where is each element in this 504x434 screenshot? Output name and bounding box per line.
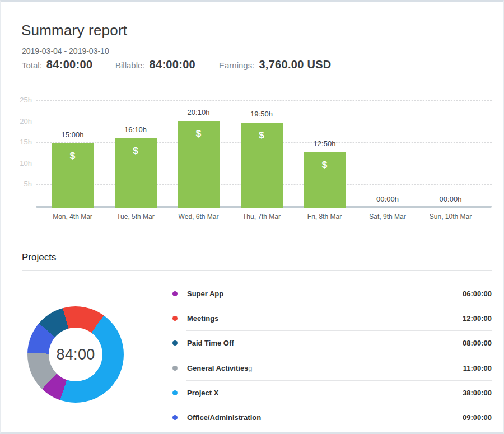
project-name: Project X xyxy=(187,389,218,397)
project-duration: 12:00:00 xyxy=(463,314,492,323)
dollar-icon: $ xyxy=(115,146,157,157)
y-axis-tick: 25h xyxy=(7,96,32,105)
project-name: Paid Time Off xyxy=(187,339,234,347)
projects-donut-chart[interactable]: 84:00 xyxy=(27,306,124,403)
stat-total: Total: 84:00:00 xyxy=(22,58,92,71)
bar-value-label: 20:10h xyxy=(167,108,230,116)
bar-value-label: 15:00h xyxy=(41,130,104,139)
x-axis-category: Sat, 9th Mar xyxy=(356,213,419,221)
project-name: Super App xyxy=(187,290,223,298)
y-axis-tick: 20h xyxy=(7,117,32,126)
billable-time-bar[interactable]: $ xyxy=(178,121,220,208)
billable-time-bar[interactable]: $ xyxy=(304,152,346,208)
y-axis-tick: 5h xyxy=(7,180,32,189)
dollar-icon: $ xyxy=(304,160,346,171)
billable-time-bar[interactable]: $ xyxy=(241,123,283,208)
dollar-icon: $ xyxy=(178,128,220,139)
donut-hole: 84:00 xyxy=(49,328,102,381)
project-row: Office/Administration09:00:00 xyxy=(170,405,492,430)
projects-heading: Projects xyxy=(22,252,56,263)
project-duration: 11:00:00 xyxy=(463,364,492,372)
project-color-dot xyxy=(172,316,178,321)
stat-total-label: Total: xyxy=(22,60,42,70)
projects-legend: Super App06:00:00Meetings12:00:00Paid Ti… xyxy=(170,282,492,430)
stat-billable: Billable: 84:00:00 xyxy=(115,58,195,71)
x-axis-category: Tue, 5th Mar xyxy=(104,213,167,221)
page-title: Summary report xyxy=(21,22,127,39)
project-row: Paid Time Off08:00:00 xyxy=(170,331,492,355)
x-axis-category: Mon, 4th Mar xyxy=(41,213,104,221)
stat-earnings-value: 3,760.00 USD xyxy=(259,58,331,71)
x-axis-category: Sun, 10th Mar xyxy=(419,213,482,221)
project-color-dot xyxy=(172,291,178,296)
x-axis-category: Thu, 7th Mar xyxy=(230,213,293,221)
stat-total-value: 84:00:00 xyxy=(46,58,92,71)
x-axis-category: Fri, 8th Mar xyxy=(293,213,356,221)
y-axis-tick: 10h xyxy=(7,159,32,168)
project-row: Super App06:00:00 xyxy=(170,282,492,306)
project-row: Meetings12:00:00 xyxy=(170,306,492,330)
dollar-icon: $ xyxy=(52,151,94,162)
bar-value-label: 16:10h xyxy=(104,125,167,134)
y-axis-tick: 15h xyxy=(7,138,32,147)
project-duration: 09:00:00 xyxy=(463,413,492,422)
gridline xyxy=(36,122,492,122)
x-axis-category: Wed, 6th Mar xyxy=(167,213,230,221)
project-row: Project X38:00:00 xyxy=(170,381,492,405)
gridline xyxy=(36,100,492,101)
project-color-dot xyxy=(172,340,178,346)
project-name-suffix: g xyxy=(248,364,252,372)
project-row: General Activitiesg11:00:00 xyxy=(170,356,492,380)
project-duration: 06:00:00 xyxy=(463,290,492,298)
bar-value-label: 12:50h xyxy=(293,139,356,148)
stat-earnings: Earnings: 3,760.00 USD xyxy=(219,58,332,71)
stat-billable-label: Billable: xyxy=(115,60,145,70)
donut-total-hours: 84:00 xyxy=(56,346,95,363)
dollar-icon: $ xyxy=(241,130,283,141)
daily-time-bar-chart: 25h20h15h10h5h$15:00hMon, 4th Mar$16:10h… xyxy=(1,91,504,228)
project-duration: 38:00:00 xyxy=(463,389,492,397)
stat-earnings-label: Earnings: xyxy=(219,60,254,70)
billable-time-bar[interactable]: $ xyxy=(115,138,157,208)
date-range: 2019-03-04 - 2019-03-10 xyxy=(22,46,109,55)
project-color-dot xyxy=(172,390,178,395)
project-name: General Activitiesg xyxy=(187,364,253,372)
billable-time-bar[interactable]: $ xyxy=(52,143,94,208)
bar-value-label: 19:50h xyxy=(230,110,293,118)
project-color-dot xyxy=(172,366,178,371)
bar-value-label: 00:00h xyxy=(356,195,419,203)
project-name: Meetings xyxy=(187,314,218,323)
stat-billable-value: 84:00:00 xyxy=(150,58,195,71)
project-name: Office/Administration xyxy=(187,413,261,422)
section-divider xyxy=(22,270,492,271)
project-duration: 08:00:00 xyxy=(463,339,492,347)
summary-report-card: Summary report 2019-03-04 - 2019-03-10 T… xyxy=(0,0,504,434)
project-color-dot xyxy=(172,415,178,420)
bar-value-label: 00:00h xyxy=(419,195,482,203)
